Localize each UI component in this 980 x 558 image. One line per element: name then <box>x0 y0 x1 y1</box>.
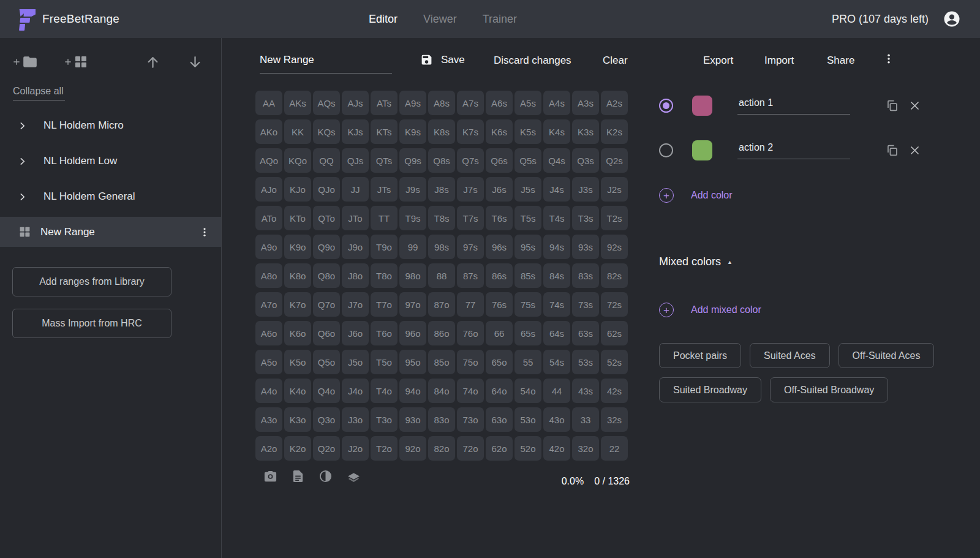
hand-cell[interactable]: 82o <box>428 436 455 461</box>
hand-cell[interactable]: 96o <box>399 321 426 345</box>
hand-cell[interactable]: 22 <box>601 436 628 461</box>
hand-cell[interactable]: 94o <box>399 379 426 403</box>
hand-cell[interactable]: K9o <box>284 235 311 259</box>
hand-cell[interactable]: Q2o <box>313 436 340 461</box>
action-2-color-swatch[interactable] <box>692 140 712 160</box>
hand-cell[interactable]: 82s <box>601 263 628 288</box>
hand-cell[interactable]: 84s <box>543 263 570 288</box>
hand-cell[interactable]: 74o <box>457 379 484 403</box>
preset-button[interactable]: Suited Broadway <box>659 377 761 402</box>
hand-cell[interactable]: T5s <box>514 206 541 230</box>
hand-cell[interactable]: 33 <box>572 407 599 432</box>
hand-cell[interactable]: 97o <box>399 292 426 317</box>
camera-icon[interactable] <box>263 469 277 483</box>
preset-button[interactable]: Pocket pairs <box>659 343 741 368</box>
hand-cell[interactable]: T3s <box>572 206 599 230</box>
toolbar-menu-kebab-icon[interactable] <box>883 53 895 65</box>
hand-cell[interactable]: 73s <box>572 292 599 317</box>
hand-cell[interactable]: 32o <box>572 436 599 461</box>
close-icon[interactable] <box>909 100 921 111</box>
hand-cell[interactable]: 94s <box>543 235 570 259</box>
hand-cell[interactable]: 44 <box>543 379 570 403</box>
hand-cell[interactable]: J2o <box>342 436 369 461</box>
hand-cell[interactable]: Q4s <box>543 148 570 173</box>
hand-cell[interactable]: AKo <box>255 119 282 144</box>
hand-cell[interactable]: A7o <box>255 292 282 317</box>
hand-cell[interactable]: Q7s <box>457 148 484 173</box>
hand-cell[interactable]: K8o <box>284 263 311 288</box>
hand-cell[interactable]: T2o <box>371 436 398 461</box>
hand-cell[interactable]: KJs <box>342 119 369 144</box>
hand-cell[interactable]: 42o <box>543 436 570 461</box>
action-1-name-input[interactable] <box>737 96 850 115</box>
hand-cell[interactable]: A9s <box>399 91 426 115</box>
hand-cell[interactable]: A2o <box>255 436 282 461</box>
hand-cell[interactable]: 83s <box>572 263 599 288</box>
hand-cell[interactable]: AQo <box>255 148 282 173</box>
hand-cell[interactable]: J7s <box>457 177 484 202</box>
close-icon[interactable] <box>909 145 921 156</box>
hand-cell[interactable]: 42s <box>601 379 628 403</box>
hand-cell[interactable]: 87o <box>428 292 455 317</box>
hand-cell[interactable]: 74s <box>543 292 570 317</box>
folder-item-nl-holdem-micro[interactable]: NL Holdem Micro <box>0 108 221 143</box>
hand-cell[interactable]: KK <box>284 119 311 144</box>
hand-cell[interactable]: A9o <box>255 235 282 259</box>
hand-cell[interactable]: K5o <box>284 350 311 374</box>
hand-cell[interactable]: 76o <box>457 321 484 345</box>
hand-cell[interactable]: 76s <box>486 292 513 317</box>
hand-cell[interactable]: 54o <box>514 379 541 403</box>
hand-cell[interactable]: A6o <box>255 321 282 345</box>
hand-cell[interactable]: 62o <box>486 436 513 461</box>
hand-cell[interactable]: T8s <box>428 206 455 230</box>
tab-editor[interactable]: Editor <box>369 13 398 26</box>
hand-cell[interactable]: 84o <box>428 379 455 403</box>
hand-cell[interactable]: T6o <box>371 321 398 345</box>
hand-cell[interactable]: K3o <box>284 407 311 432</box>
hand-cell[interactable]: 62s <box>601 321 628 345</box>
hand-cell[interactable]: J9s <box>399 177 426 202</box>
document-icon[interactable] <box>291 469 305 483</box>
hand-cell[interactable]: AA <box>255 91 282 115</box>
hand-cell[interactable]: Q3o <box>313 407 340 432</box>
hand-cell[interactable]: T2s <box>601 206 628 230</box>
hand-cell[interactable]: QJo <box>313 177 340 202</box>
hand-cell[interactable]: Q6o <box>313 321 340 345</box>
hand-cell[interactable]: J8s <box>428 177 455 202</box>
action-2-radio[interactable] <box>659 143 673 157</box>
mixed-colors-toggle[interactable]: Mixed colors ▲ <box>659 255 733 268</box>
hand-cell[interactable]: JJ <box>342 177 369 202</box>
hand-cell[interactable]: K7s <box>457 119 484 144</box>
hand-cell[interactable]: K8s <box>428 119 455 144</box>
hand-cell[interactable]: J5s <box>514 177 541 202</box>
hand-cell[interactable]: K7o <box>284 292 311 317</box>
hand-cell[interactable]: J6s <box>486 177 513 202</box>
hand-cell[interactable]: T3o <box>371 407 398 432</box>
hand-cell[interactable]: T5o <box>371 350 398 374</box>
hand-cell[interactable]: KJo <box>284 177 311 202</box>
hand-cell[interactable]: A2s <box>601 91 628 115</box>
action-1-color-swatch[interactable] <box>692 96 712 116</box>
hand-cell[interactable]: Q5o <box>313 350 340 374</box>
hand-cell[interactable]: 86s <box>486 263 513 288</box>
hand-cell[interactable]: T9o <box>371 235 398 259</box>
hand-cell[interactable]: K9s <box>399 119 426 144</box>
hand-cell[interactable]: K2o <box>284 436 311 461</box>
hand-cell[interactable]: QQ <box>313 148 340 173</box>
mass-import-from-hrc-button[interactable]: Mass Import from HRC <box>12 309 172 338</box>
hand-cell[interactable]: AQs <box>313 91 340 115</box>
hand-cell[interactable]: 98o <box>399 263 426 288</box>
hand-cell[interactable]: TT <box>371 206 398 230</box>
hand-cell[interactable]: A3s <box>572 91 599 115</box>
hand-cell[interactable]: K6o <box>284 321 311 345</box>
clear-button[interactable]: Clear <box>603 55 628 67</box>
layers-icon[interactable] <box>346 469 361 484</box>
hand-cell[interactable]: 85s <box>514 263 541 288</box>
hand-cell[interactable]: 53s <box>572 350 599 374</box>
hand-cell[interactable]: KTs <box>371 119 398 144</box>
hand-cell[interactable]: A8s <box>428 91 455 115</box>
hand-cell[interactable]: A4s <box>543 91 570 115</box>
hand-cell[interactable]: Q9o <box>313 235 340 259</box>
hand-cell[interactable]: 63o <box>486 407 513 432</box>
save-button[interactable]: Save <box>420 53 465 66</box>
